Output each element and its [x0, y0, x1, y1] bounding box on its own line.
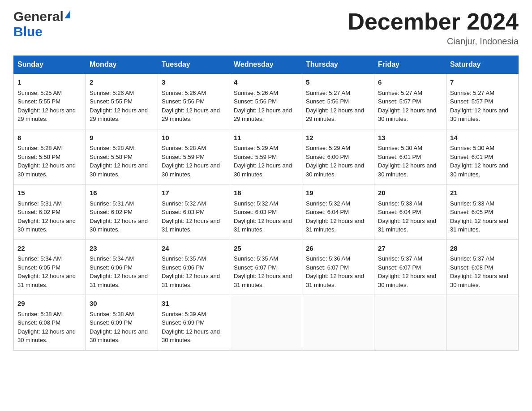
calendar-week-1: 1Sunrise: 5:25 AMSunset: 5:55 PMDaylight… [14, 73, 519, 129]
calendar-cell: 13Sunrise: 5:30 AMSunset: 6:01 PMDayligh… [374, 129, 446, 184]
calendar-cell: 8Sunrise: 5:28 AMSunset: 5:58 PMDaylight… [14, 129, 86, 184]
calendar-cell: 10Sunrise: 5:28 AMSunset: 5:59 PMDayligh… [158, 129, 230, 184]
day-number: 19 [306, 188, 370, 198]
calendar-cell: 6Sunrise: 5:27 AMSunset: 5:57 PMDaylight… [374, 73, 446, 129]
calendar-header: Sunday Monday Tuesday Wednesday Thursday… [14, 56, 519, 74]
calendar-cell: 3Sunrise: 5:26 AMSunset: 5:56 PMDaylight… [158, 73, 230, 129]
calendar-cell: 4Sunrise: 5:26 AMSunset: 5:56 PMDaylight… [230, 73, 302, 129]
day-number: 11 [234, 133, 298, 143]
col-monday: Monday [86, 56, 158, 74]
calendar-week-2: 8Sunrise: 5:28 AMSunset: 5:58 PMDaylight… [14, 129, 519, 184]
day-number: 13 [378, 133, 442, 143]
calendar-cell: 15Sunrise: 5:31 AMSunset: 6:02 PMDayligh… [14, 184, 86, 240]
logo: General Blue [13, 9, 71, 39]
day-number: 20 [378, 188, 442, 198]
calendar-cell: 24Sunrise: 5:35 AMSunset: 6:06 PMDayligh… [158, 240, 230, 295]
location-label: Cianjur, Indonesia [348, 36, 519, 47]
calendar-cell: 12Sunrise: 5:29 AMSunset: 6:00 PMDayligh… [302, 129, 374, 184]
day-number: 16 [90, 188, 154, 198]
month-title: December 2024 [348, 9, 519, 34]
day-number: 17 [162, 188, 226, 198]
day-number: 21 [450, 188, 515, 198]
day-number: 22 [17, 244, 82, 254]
calendar-cell: 31Sunrise: 5:39 AMSunset: 6:09 PMDayligh… [158, 295, 230, 351]
calendar-cell [302, 295, 374, 351]
calendar-cell: 11Sunrise: 5:29 AMSunset: 5:59 PMDayligh… [230, 129, 302, 184]
calendar-week-3: 15Sunrise: 5:31 AMSunset: 6:02 PMDayligh… [14, 184, 519, 240]
calendar-cell: 20Sunrise: 5:33 AMSunset: 6:04 PMDayligh… [374, 184, 446, 240]
calendar-cell: 22Sunrise: 5:34 AMSunset: 6:05 PMDayligh… [14, 240, 86, 295]
day-number: 6 [378, 77, 442, 88]
header-row: Sunday Monday Tuesday Wednesday Thursday… [14, 56, 519, 74]
col-saturday: Saturday [446, 56, 519, 74]
day-number: 26 [306, 244, 370, 254]
calendar-cell: 26Sunrise: 5:36 AMSunset: 6:07 PMDayligh… [302, 240, 374, 295]
day-number: 5 [306, 77, 370, 88]
day-number: 28 [450, 244, 515, 254]
calendar-cell: 9Sunrise: 5:28 AMSunset: 5:58 PMDaylight… [86, 129, 158, 184]
calendar-cell: 2Sunrise: 5:26 AMSunset: 5:55 PMDaylight… [86, 73, 158, 129]
col-sunday: Sunday [14, 56, 86, 74]
calendar-cell: 28Sunrise: 5:37 AMSunset: 6:08 PMDayligh… [446, 240, 519, 295]
day-number: 4 [234, 77, 298, 88]
day-number: 7 [450, 77, 515, 88]
calendar-cell: 30Sunrise: 5:38 AMSunset: 6:09 PMDayligh… [86, 295, 158, 351]
logo-triangle-icon [64, 10, 70, 18]
day-number: 29 [17, 299, 82, 309]
calendar-cell: 7Sunrise: 5:27 AMSunset: 5:57 PMDaylight… [446, 73, 519, 129]
calendar-cell: 16Sunrise: 5:31 AMSunset: 6:02 PMDayligh… [86, 184, 158, 240]
calendar-cell [230, 295, 302, 351]
calendar-week-5: 29Sunrise: 5:38 AMSunset: 6:08 PMDayligh… [14, 295, 519, 351]
day-number: 25 [234, 244, 298, 254]
day-number: 2 [90, 77, 154, 88]
calendar-cell [374, 295, 446, 351]
page-header: General Blue December 2024 Cianjur, Indo… [13, 9, 519, 47]
logo-general-text: General [13, 9, 64, 24]
day-number: 8 [17, 133, 82, 143]
calendar-table: Sunday Monday Tuesday Wednesday Thursday… [13, 56, 519, 351]
calendar-cell: 27Sunrise: 5:37 AMSunset: 6:07 PMDayligh… [374, 240, 446, 295]
day-number: 30 [90, 299, 154, 309]
calendar-cell: 5Sunrise: 5:27 AMSunset: 5:56 PMDaylight… [302, 73, 374, 129]
col-thursday: Thursday [302, 56, 374, 74]
title-section: December 2024 Cianjur, Indonesia [348, 9, 519, 47]
calendar-cell: 1Sunrise: 5:25 AMSunset: 5:55 PMDaylight… [14, 73, 86, 129]
calendar-cell: 25Sunrise: 5:35 AMSunset: 6:07 PMDayligh… [230, 240, 302, 295]
day-number: 12 [306, 133, 370, 143]
calendar-cell: 23Sunrise: 5:34 AMSunset: 6:06 PMDayligh… [86, 240, 158, 295]
day-number: 27 [378, 244, 442, 254]
day-number: 14 [450, 133, 515, 143]
day-number: 18 [234, 188, 298, 198]
col-tuesday: Tuesday [158, 56, 230, 74]
calendar-cell: 18Sunrise: 5:32 AMSunset: 6:03 PMDayligh… [230, 184, 302, 240]
day-number: 3 [162, 77, 226, 88]
day-number: 10 [162, 133, 226, 143]
calendar-cell: 19Sunrise: 5:32 AMSunset: 6:04 PMDayligh… [302, 184, 374, 240]
col-wednesday: Wednesday [230, 56, 302, 74]
calendar-cell [446, 295, 519, 351]
calendar-cell: 17Sunrise: 5:32 AMSunset: 6:03 PMDayligh… [158, 184, 230, 240]
day-number: 15 [17, 188, 82, 198]
calendar-cell: 14Sunrise: 5:30 AMSunset: 6:01 PMDayligh… [446, 129, 519, 184]
col-friday: Friday [374, 56, 446, 74]
day-number: 1 [17, 77, 82, 88]
calendar-week-4: 22Sunrise: 5:34 AMSunset: 6:05 PMDayligh… [14, 240, 519, 295]
logo-blue-text: Blue [13, 24, 43, 39]
calendar-body: 1Sunrise: 5:25 AMSunset: 5:55 PMDaylight… [14, 73, 519, 350]
calendar-cell: 29Sunrise: 5:38 AMSunset: 6:08 PMDayligh… [14, 295, 86, 351]
day-number: 31 [162, 299, 226, 309]
day-number: 24 [162, 244, 226, 254]
calendar-cell: 21Sunrise: 5:33 AMSunset: 6:05 PMDayligh… [446, 184, 519, 240]
day-number: 23 [90, 244, 154, 254]
day-number: 9 [90, 133, 154, 143]
